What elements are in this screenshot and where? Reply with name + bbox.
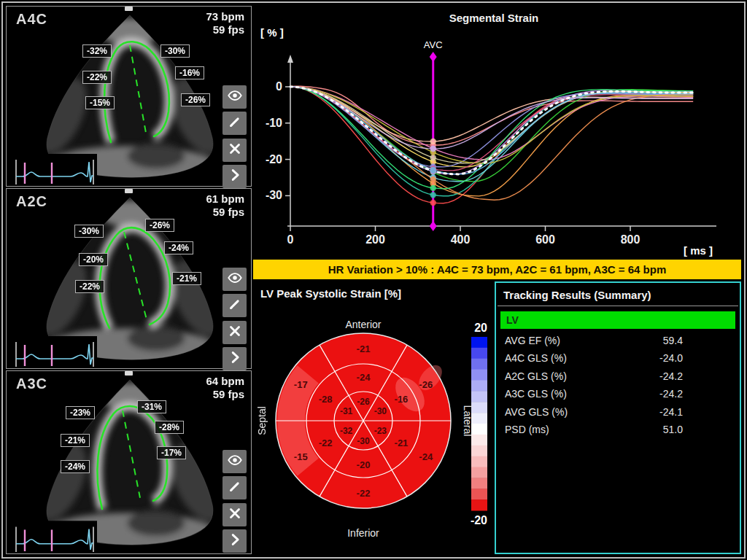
bullseye-segment-value: -26 bbox=[419, 379, 433, 390]
strain-peak-marker bbox=[430, 192, 436, 198]
x-icon bbox=[227, 323, 243, 342]
strain-peak-marker bbox=[430, 176, 436, 182]
tracking-result-label: A2C GLS (%) bbox=[505, 368, 567, 385]
colorbar-step bbox=[471, 391, 487, 402]
chart-title: Segmental Strain bbox=[449, 12, 539, 24]
tracking-result-value: -24.1 bbox=[659, 403, 683, 421]
colorbar-step bbox=[471, 413, 487, 424]
segment-strain-label: -24% bbox=[164, 241, 193, 254]
tracking-result-value: -24.2 bbox=[659, 368, 683, 385]
segment-strain-label: -22% bbox=[75, 280, 104, 293]
show-contour-button[interactable] bbox=[222, 268, 247, 291]
bullseye-segment-value: -30 bbox=[357, 436, 370, 446]
colorbar-step bbox=[471, 499, 487, 510]
strain-peak-marker bbox=[430, 167, 436, 173]
colorbar-min-label: -20 bbox=[471, 514, 487, 526]
pencil-icon bbox=[227, 478, 243, 497]
strain-peak-marker bbox=[430, 185, 436, 191]
strain-curve-a3c bbox=[290, 87, 693, 174]
colorbar-step bbox=[471, 359, 487, 370]
segment-strain-label: -28% bbox=[155, 421, 184, 434]
bullseye-segment-value: -32 bbox=[340, 426, 353, 436]
view-panel-a4c[interactable]: A4C73 bpm59 fps-32%-30%-22%-16%-15%-26% bbox=[6, 6, 252, 187]
colorbar-max-label: 20 bbox=[474, 322, 487, 334]
tracking-result-label: AVG EF (%) bbox=[505, 332, 560, 349]
tracking-result-value: 59.4 bbox=[663, 332, 683, 349]
fps-value: 59 fps bbox=[206, 23, 244, 36]
segment-strain-label: -21% bbox=[61, 434, 90, 447]
next-view-button[interactable] bbox=[222, 529, 247, 553]
bullseye-segment-value: -31 bbox=[340, 406, 353, 416]
colorbar-step bbox=[471, 446, 487, 456]
sector-apex-marker bbox=[125, 7, 133, 11]
strain-peak-marker bbox=[430, 146, 436, 152]
x-tick-label: 0 bbox=[287, 233, 294, 246]
heart-rate-fps: 64 bpm59 fps bbox=[206, 375, 244, 401]
y-axis-unit-label: [ % ] bbox=[260, 26, 284, 39]
heart-rate-fps: 61 bpm59 fps bbox=[206, 192, 244, 219]
heart-rate-fps: 73 bpm59 fps bbox=[206, 10, 244, 36]
bpm-value: 64 bpm bbox=[206, 375, 244, 388]
tracking-row-lv[interactable]: LV bbox=[500, 311, 735, 329]
delete-view-button[interactable] bbox=[222, 503, 247, 526]
chevron-right-icon bbox=[227, 349, 243, 368]
edit-contour-button[interactable] bbox=[222, 112, 247, 135]
colorbar-step bbox=[471, 435, 487, 446]
segment-strain-label: -32% bbox=[82, 44, 112, 58]
delete-view-button[interactable] bbox=[222, 321, 247, 344]
bullseye-segment-value: -17 bbox=[294, 379, 308, 390]
strain-peak-marker bbox=[430, 155, 436, 160]
tracking-results-panel: Tracking Results (Summary) LV AVG EF (%)… bbox=[495, 281, 741, 554]
eye-icon bbox=[227, 452, 243, 471]
strain-peak-marker bbox=[430, 139, 436, 144]
x-tick-label: 800 bbox=[621, 233, 640, 246]
colorbar-step bbox=[471, 337, 487, 348]
bullseye-segment-value: -26 bbox=[357, 397, 370, 407]
tracking-result-value: -24.2 bbox=[659, 385, 683, 402]
y-tick-label: -10 bbox=[266, 117, 282, 129]
colorbar-step bbox=[471, 489, 487, 499]
bullseye-segment-value: -20 bbox=[357, 459, 371, 470]
bullseye-plot: -21-26-24-22-15-17-24-16-21-20-22-28-26-… bbox=[253, 281, 494, 554]
x-tick-label: 600 bbox=[535, 233, 555, 246]
y-tick-label: -30 bbox=[266, 189, 282, 201]
colorbar-step bbox=[471, 348, 487, 359]
colorbar-step bbox=[471, 467, 487, 478]
chevron-right-icon bbox=[227, 532, 243, 551]
next-view-button[interactable] bbox=[222, 347, 247, 370]
bullseye-segment-value: -15 bbox=[294, 451, 308, 462]
tracking-result-row: AVG EF (%)59.4 bbox=[496, 332, 740, 349]
fps-value: 59 fps bbox=[206, 206, 244, 219]
view-title: A2C bbox=[16, 193, 47, 210]
avc-label: AVC bbox=[424, 39, 443, 50]
pencil-icon bbox=[227, 114, 243, 133]
segment-strain-label: -16% bbox=[175, 66, 204, 79]
sector-apex-marker bbox=[125, 189, 133, 193]
show-contour-button[interactable] bbox=[222, 85, 247, 109]
tracking-result-row: AVG GLS (%)-24.1 bbox=[496, 403, 740, 421]
segment-strain-label: -23% bbox=[66, 406, 95, 419]
view-panel-a3c[interactable]: A3C64 bpm59 fps-23%-31%-21%-28%-24%-17% bbox=[6, 370, 252, 554]
segment-strain-label: -30% bbox=[74, 225, 104, 238]
tracking-result-row: A3C GLS (%)-24.2 bbox=[496, 385, 740, 402]
next-view-button[interactable] bbox=[222, 165, 247, 188]
view-title: A4C bbox=[16, 11, 47, 28]
view-panel-a2c[interactable]: A2C61 bpm59 fps-30%-26%-20%-24%-22%-21% bbox=[6, 188, 252, 369]
x-tick-label: 200 bbox=[365, 233, 385, 246]
tracking-result-row: A2C GLS (%)-24.2 bbox=[496, 368, 740, 385]
edit-contour-button[interactable] bbox=[222, 476, 247, 499]
bullseye-segment-value: -22 bbox=[357, 488, 371, 499]
edit-contour-button[interactable] bbox=[222, 294, 247, 317]
tracking-result-label: A3C GLS (%) bbox=[505, 385, 567, 402]
hr-variation-banner: HR Variation > 10% : A4C = 73 bpm, A2C =… bbox=[253, 260, 741, 279]
tracking-results-title: Tracking Results (Summary) bbox=[503, 289, 732, 301]
segment-strain-label: -31% bbox=[137, 400, 166, 413]
ecg-trace bbox=[11, 154, 97, 184]
pencil-icon bbox=[227, 296, 243, 315]
avc-marker-bottom-diamond bbox=[430, 221, 437, 231]
show-contour-button[interactable] bbox=[222, 450, 247, 473]
delete-view-button[interactable] bbox=[222, 139, 247, 162]
tracking-result-label: PSD (ms) bbox=[505, 421, 549, 438]
chevron-right-icon bbox=[227, 167, 243, 186]
bpm-value: 61 bpm bbox=[206, 192, 244, 206]
